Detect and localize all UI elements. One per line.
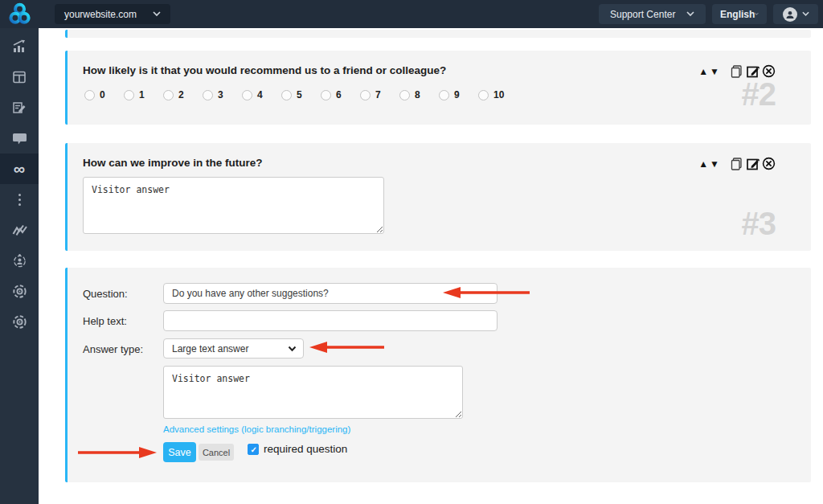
- sidebar-item-surveys[interactable]: ∞: [0, 154, 39, 184]
- nps-option[interactable]: 8: [399, 89, 423, 100]
- language-menu[interactable]: English: [712, 4, 767, 24]
- move-up-button[interactable]: ▲: [698, 159, 708, 169]
- radio-label: 9: [454, 89, 460, 100]
- chevron-down-icon: [153, 11, 161, 17]
- radio-label: 5: [297, 89, 302, 100]
- sidebar-item-more[interactable]: [0, 184, 39, 215]
- radio-button[interactable]: [281, 90, 292, 100]
- move-down-button[interactable]: ▼: [710, 67, 719, 76]
- language-label: English: [720, 9, 755, 20]
- answer-type-value: Large text answer: [172, 343, 248, 354]
- question-input[interactable]: [163, 283, 497, 304]
- sidebar-item-settings[interactable]: [0, 276, 39, 306]
- radio-label: 3: [218, 89, 223, 100]
- radio-label: 6: [336, 89, 342, 100]
- answer-type-select[interactable]: Large text answer: [163, 338, 304, 359]
- question-number: #3: [742, 207, 776, 240]
- chevron-down-icon: [288, 346, 297, 352]
- nps-option[interactable]: 9: [439, 89, 462, 100]
- radio-button[interactable]: [439, 90, 449, 100]
- advanced-settings-link[interactable]: Advanced settings (logic branching/trigg…: [163, 424, 350, 434]
- radio-label: 4: [257, 89, 263, 100]
- radio-button[interactable]: [360, 90, 371, 100]
- nps-option[interactable]: 6: [321, 89, 344, 100]
- sidebar-item-chat[interactable]: [0, 123, 39, 154]
- support-center-label: Support Center: [610, 9, 675, 20]
- radio-button[interactable]: [478, 90, 489, 100]
- required-checkbox[interactable]: [248, 444, 259, 455]
- radio-button[interactable]: [203, 90, 213, 100]
- help-text-input[interactable]: [163, 310, 497, 331]
- radio-label: 7: [375, 89, 381, 100]
- radio-button[interactable]: [84, 90, 95, 100]
- chevron-down-icon: [686, 11, 694, 17]
- radio-button[interactable]: [399, 90, 410, 100]
- sidebar-item-visitors[interactable]: [0, 215, 39, 245]
- sidebar-item-forms[interactable]: [0, 92, 39, 123]
- question-number: #2: [742, 78, 776, 110]
- cancel-button[interactable]: Cancel: [199, 444, 234, 461]
- sidebar-nav: ∞: [0, 28, 39, 504]
- edit-icon[interactable]: [746, 157, 760, 170]
- nps-option[interactable]: 1: [124, 89, 147, 100]
- nps-option[interactable]: 10: [478, 89, 502, 100]
- app-logo[interactable]: [0, 0, 39, 28]
- website-selector[interactable]: yourwebsite.com: [55, 4, 170, 24]
- nps-option[interactable]: 7: [360, 89, 383, 100]
- radio-label: 0: [100, 89, 105, 100]
- help-text-field-label: Help text:: [83, 315, 127, 327]
- double-wave-icon: [12, 223, 27, 237]
- three-rings-logo-icon: [8, 2, 31, 26]
- browser-window-icon: [12, 70, 27, 84]
- gear-icon: [12, 284, 27, 299]
- form-edit-icon: [12, 100, 27, 115]
- duplicate-icon[interactable]: [730, 157, 743, 170]
- chevron-down-icon: [755, 11, 759, 17]
- move-up-button[interactable]: ▲: [698, 67, 708, 76]
- user-avatar-icon: [783, 7, 797, 22]
- radio-button[interactable]: [242, 90, 252, 100]
- chevron-down-icon: [802, 11, 809, 17]
- infinity-icon: ∞: [14, 161, 25, 177]
- kebab-menu-icon: [18, 194, 21, 206]
- sidebar-item-statistics[interactable]: [0, 31, 39, 62]
- gear-icon: [12, 314, 27, 330]
- nps-option[interactable]: 4: [242, 89, 265, 100]
- support-center-menu[interactable]: Support Center: [599, 4, 706, 24]
- move-down-button[interactable]: ▼: [710, 159, 719, 169]
- question-text: How can we improve in the future?: [83, 157, 263, 169]
- nps-option[interactable]: 3: [203, 89, 226, 100]
- answer-preview-textarea[interactable]: Visitor answer: [163, 366, 463, 419]
- website-selector-label: yourwebsite.com: [64, 9, 137, 20]
- question-card-3: How can we improve in the future? Visito…: [65, 143, 811, 251]
- radio-button[interactable]: [124, 90, 134, 100]
- question-text: How likely is it that you would recommen…: [83, 64, 446, 76]
- radio-label: 10: [493, 89, 504, 100]
- question-toolbar: ▲ ▼: [698, 157, 776, 170]
- remove-icon[interactable]: [762, 157, 776, 170]
- user-account-menu[interactable]: [773, 4, 818, 24]
- question-editor-card: Question: Help text: Answer type: Large …: [65, 268, 811, 482]
- radio-button[interactable]: [321, 90, 331, 100]
- survey-editor-main: How likely is it that you would recommen…: [39, 28, 823, 504]
- nps-option[interactable]: 0: [84, 89, 108, 100]
- question-card-partial: [65, 30, 811, 38]
- question-field-label: Question:: [83, 288, 128, 300]
- question-card-2: How likely is it that you would recommen…: [65, 51, 811, 125]
- radio-label: 1: [139, 89, 145, 100]
- sidebar-item-preferences[interactable]: [0, 306, 39, 337]
- nps-option[interactable]: 5: [281, 89, 305, 100]
- answer-type-field-label: Answer type:: [83, 343, 143, 355]
- visitor-answer-textarea[interactable]: Visitor answer: [83, 177, 384, 234]
- nps-scale: 0 1 2 3 4 5 6 7: [84, 89, 518, 100]
- radio-button[interactable]: [163, 90, 174, 100]
- top-bar: yourwebsite.com Support Center English: [0, 0, 823, 28]
- radio-label: 2: [178, 89, 184, 100]
- nps-option[interactable]: 2: [163, 89, 186, 100]
- chat-bubble-icon: [12, 131, 27, 145]
- save-button[interactable]: Save: [163, 442, 196, 462]
- sidebar-item-assignments[interactable]: [0, 245, 39, 276]
- sidebar-item-pages[interactable]: [0, 62, 39, 92]
- user-network-icon: [12, 253, 27, 268]
- required-checkbox-label[interactable]: required question: [264, 443, 347, 455]
